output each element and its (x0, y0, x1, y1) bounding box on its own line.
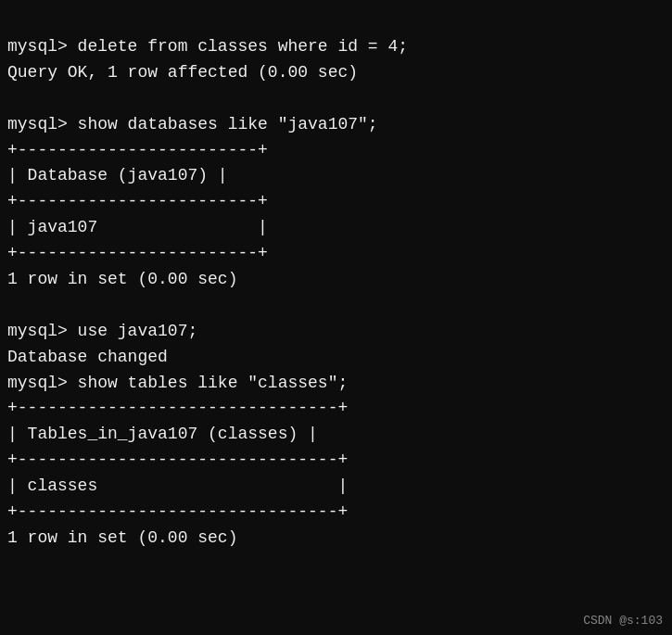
terminal-line: Query OK, 1 row affected (0.00 sec) (7, 60, 665, 86)
terminal-line: | classes | (7, 474, 665, 500)
terminal-line: +------------------------+ (7, 189, 665, 215)
terminal-line: | Tables_in_java107 (classes) | (7, 422, 665, 448)
terminal-line: | Database (java107) | (7, 163, 665, 189)
terminal-line: +--------------------------------+ (7, 448, 665, 474)
terminal-line: +--------------------------------+ (7, 500, 665, 526)
terminal-line: 1 row in set (0.00 sec) (7, 526, 665, 552)
terminal-line: mysql> show databases like "java107"; (7, 112, 665, 138)
terminal-line: | java107 | (7, 215, 665, 241)
terminal-line: mysql> use java107; (7, 319, 665, 345)
terminal-line (7, 86, 665, 112)
terminal-line: 1 row in set (0.00 sec) (7, 267, 665, 293)
terminal-output: mysql> delete from classes where id = 4;… (7, 9, 665, 552)
watermark: CSDN @s:103 (583, 614, 663, 628)
terminal-line (7, 293, 665, 319)
terminal-line: mysql> show tables like "classes"; (7, 371, 665, 397)
terminal-line: +------------------------+ (7, 138, 665, 164)
terminal-line: +------------------------+ (7, 241, 665, 267)
terminal-line: mysql> delete from classes where id = 4; (7, 34, 665, 60)
terminal-line: Database changed (7, 345, 665, 371)
terminal-line: +--------------------------------+ (7, 396, 665, 422)
